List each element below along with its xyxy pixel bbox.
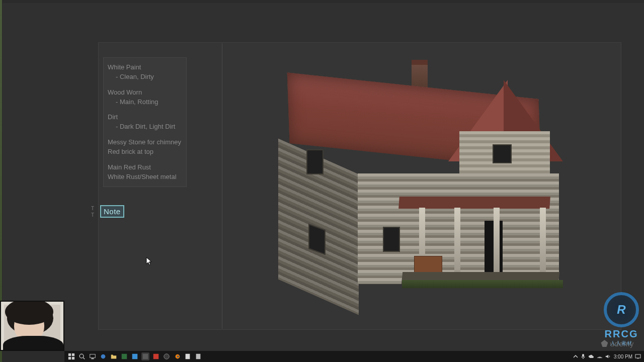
svg-point-4 [79, 354, 84, 358]
svg-rect-7 [91, 358, 94, 359]
house-porch-pillar [540, 208, 546, 273]
taskbar-left-group [64, 352, 202, 360]
house-porch-pillar [454, 208, 460, 273]
tray-network-icon[interactable] [597, 354, 603, 359]
note-line: Dirt [108, 113, 118, 121]
svg-rect-0 [68, 353, 71, 356]
note-subline: - Clean, Dirty [108, 73, 154, 80]
svg-rect-18 [582, 354, 584, 357]
blender-app-icon[interactable] [173, 352, 181, 360]
rrcg-logo-letter: R [617, 303, 625, 317]
svg-rect-11 [143, 354, 148, 359]
start-button-icon[interactable] [67, 352, 75, 360]
note-subline: - Main, Rotting [108, 98, 158, 106]
note-line: Wood Worn [108, 88, 142, 96]
search-icon[interactable] [78, 352, 86, 360]
svg-rect-12 [153, 354, 159, 359]
windows-taskbar[interactable]: 3:00 PM [64, 351, 644, 362]
rrcg-text: RRCG [604, 328, 639, 340]
tray-chevron-up-icon[interactable] [573, 354, 578, 359]
svg-rect-2 [68, 357, 71, 359]
house-porch-roof [398, 197, 550, 209]
svg-rect-17 [196, 354, 201, 359]
house-window [306, 149, 324, 174]
note-line: White Rust/Sheet metal [108, 173, 177, 180]
note-line: Main Red Rust [108, 163, 151, 171]
tray-cloud-icon[interactable] [588, 354, 594, 359]
house-grass [402, 280, 563, 288]
taskbar-app-icon[interactable] [194, 352, 202, 360]
taskbar-clock[interactable]: 3:00 PM [614, 354, 632, 359]
panel-divider[interactable] [222, 43, 222, 329]
webcam-person-body [3, 336, 63, 351]
note-line: Red brick at top [108, 148, 153, 155]
pureref-app-icon[interactable] [141, 352, 149, 360]
taskbar-app-icon[interactable] [131, 352, 139, 360]
rrcg-watermark: R RRCG 人人素材 [604, 292, 639, 347]
svg-point-8 [101, 354, 106, 359]
svg-rect-1 [72, 353, 74, 356]
text-tool-handle-icon[interactable]: T [91, 212, 94, 218]
note-text-element-selected[interactable]: Note [100, 205, 124, 218]
task-view-icon[interactable] [89, 352, 97, 360]
taskbar-app-icon[interactable] [99, 352, 107, 360]
app-window: White Paint - Clean, Dirty Wood Worn - M… [3, 3, 644, 351]
material-notes-box[interactable]: White Paint - Clean, Dirty Wood Worn - M… [103, 57, 187, 187]
house-window [493, 144, 512, 163]
notification-center-icon[interactable] [635, 353, 641, 359]
text-tool-handle-icon[interactable]: T [91, 206, 94, 211]
taskbar-app-icon[interactable] [152, 352, 160, 360]
note-line: Messy Stone for chimney [108, 138, 181, 146]
taskbar-app-icon[interactable] [184, 352, 192, 360]
rrcg-subtext: 人人素材 [604, 340, 639, 347]
taskbar-system-tray: 3:00 PM [573, 353, 644, 359]
house-window [383, 227, 400, 252]
svg-rect-9 [122, 354, 127, 359]
reference-image-house[interactable] [258, 56, 570, 302]
svg-line-5 [83, 357, 85, 359]
webcam-overlay [0, 301, 64, 351]
svg-rect-10 [132, 354, 138, 359]
note-subline: - Dark Dirt, Light Dirt [108, 123, 175, 130]
svg-point-15 [177, 355, 179, 357]
svg-rect-6 [90, 354, 96, 358]
tray-volume-icon[interactable] [605, 354, 611, 359]
svg-rect-3 [72, 357, 74, 359]
taskbar-app-icon[interactable] [120, 352, 128, 360]
tray-mic-icon[interactable] [581, 353, 586, 359]
note-line: White Paint [108, 63, 141, 71]
house-porch-pillar [494, 208, 500, 273]
taskbar-app-icon[interactable] [163, 352, 171, 360]
svg-rect-19 [635, 354, 640, 358]
file-explorer-icon[interactable] [110, 352, 118, 360]
svg-point-13 [164, 354, 170, 359]
svg-rect-16 [186, 354, 190, 359]
rrcg-logo-ring: R [604, 292, 639, 327]
